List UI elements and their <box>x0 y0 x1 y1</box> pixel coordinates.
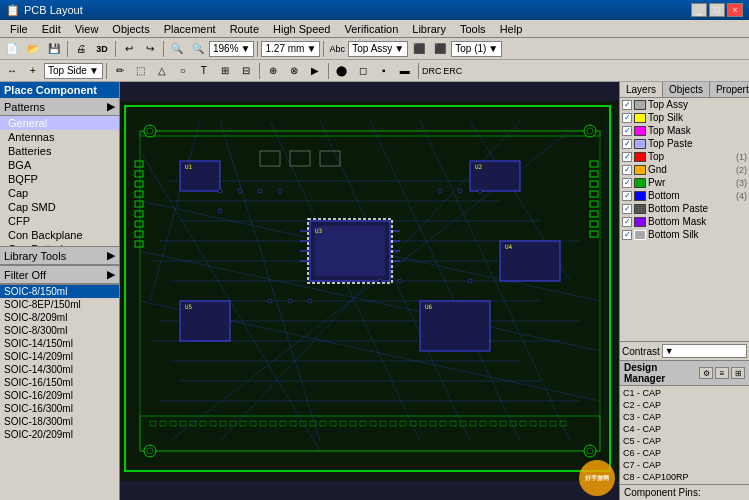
drc-btn[interactable]: DRC <box>422 62 442 80</box>
dm-comp-c2[interactable]: C2 - CAP <box>621 399 748 411</box>
dm-comp-c5[interactable]: C5 - CAP <box>621 435 748 447</box>
route-btn6[interactable]: ⊞ <box>215 62 235 80</box>
comp-antennas[interactable]: Antennas <box>0 130 119 144</box>
dm-comp-c7[interactable]: C7 - CAP <box>621 459 748 471</box>
menu-help[interactable]: Help <box>494 22 529 36</box>
layer-check-bottom-paste[interactable] <box>622 204 632 214</box>
soic-item-8[interactable]: SOIC-16/209ml <box>0 389 119 402</box>
dm-icon-settings[interactable]: ⚙ <box>699 367 713 379</box>
menu-file[interactable]: File <box>4 22 34 36</box>
menu-view[interactable]: View <box>69 22 105 36</box>
menu-high-speed[interactable]: High Speed <box>267 22 337 36</box>
soic-item-11[interactable]: SOIC-20/209ml <box>0 428 119 441</box>
comp-bqfp[interactable]: BQFP <box>0 172 119 186</box>
copper-btn[interactable]: ▬ <box>395 62 415 80</box>
dm-icon-list[interactable]: ≡ <box>715 367 729 379</box>
comp-con-batteries[interactable]: Con Batteries <box>0 242 119 246</box>
layer-check-top-mask[interactable] <box>622 126 632 136</box>
dm-comp-c8[interactable]: C8 - CAP100RP <box>621 471 748 483</box>
zoom-dropdown[interactable]: 196% ▼ <box>209 41 254 57</box>
print-button[interactable]: 🖨 <box>71 40 91 58</box>
layer-check-bottom-mask[interactable] <box>622 217 632 227</box>
layer-check-top-paste[interactable] <box>622 139 632 149</box>
zoom-in-button[interactable]: 🔍 <box>167 40 187 58</box>
redo-button[interactable]: ↪ <box>140 40 160 58</box>
via-btn[interactable]: ⬤ <box>332 62 352 80</box>
soic-item-4[interactable]: SOIC-14/150ml <box>0 337 119 350</box>
layer-check-top[interactable] <box>622 152 632 162</box>
filter-header[interactable]: Filter Off ▶ <box>0 266 119 284</box>
route-btn1[interactable]: ✏ <box>110 62 130 80</box>
menu-library[interactable]: Library <box>406 22 452 36</box>
pad-btn[interactable]: ◻ <box>353 62 373 80</box>
comp-btn1[interactable]: ⊕ <box>263 62 283 80</box>
grid-dropdown[interactable]: 1.27 mm ▼ <box>261 41 320 57</box>
layer-btn1[interactable]: ⬛ <box>409 40 429 58</box>
layer-check-bottom[interactable] <box>622 191 632 201</box>
open-button[interactable]: 📂 <box>23 40 43 58</box>
comp-bga[interactable]: BGA <box>0 158 119 172</box>
dm-comp-c6[interactable]: C6 - CAP <box>621 447 748 459</box>
save-button[interactable]: 💾 <box>44 40 64 58</box>
abc-button[interactable]: Abc <box>327 40 347 58</box>
route-btn4[interactable]: ○ <box>173 62 193 80</box>
soic-item-9[interactable]: SOIC-16/300ml <box>0 402 119 415</box>
menu-verification[interactable]: Verification <box>339 22 405 36</box>
layer-btn2[interactable]: ⬛ <box>430 40 450 58</box>
soic-item-1[interactable]: SOIC-8EP/150ml <box>0 298 119 311</box>
comp-btn2[interactable]: ⊗ <box>284 62 304 80</box>
side-dropdown[interactable]: Top Side ▼ <box>44 63 103 79</box>
contrast-dropdown[interactable]: ▼ <box>662 344 747 358</box>
zoom-out-button[interactable]: 🔍 <box>188 40 208 58</box>
soic-item-2[interactable]: SOIC-8/209ml <box>0 311 119 324</box>
tab-properties[interactable]: Properties <box>710 82 749 97</box>
layer-check-pwr[interactable] <box>622 178 632 188</box>
erc-btn[interactable]: ERC <box>443 62 463 80</box>
pcb-canvas[interactable]: U1 U2 U3 U4 U5 U6 好手游网 <box>120 82 619 500</box>
dm-comp-c4[interactable]: C4 - CAP <box>621 423 748 435</box>
new-button[interactable]: 📄 <box>2 40 22 58</box>
menu-objects[interactable]: Objects <box>106 22 155 36</box>
tool-btn1[interactable]: ↔ <box>2 62 22 80</box>
undo-button[interactable]: ↩ <box>119 40 139 58</box>
comp-btn3[interactable]: ▶ <box>305 62 325 80</box>
dm-comp-c3[interactable]: C3 - CAP <box>621 411 748 423</box>
minimize-button[interactable]: _ <box>691 3 707 17</box>
comp-batteries[interactable]: Batteries <box>0 144 119 158</box>
fill-btn[interactable]: ▪ <box>374 62 394 80</box>
tool-btn2[interactable]: + <box>23 62 43 80</box>
patterns-header[interactable]: Patterns ▶ <box>0 98 119 116</box>
soic-item-6[interactable]: SOIC-14/300ml <box>0 363 119 376</box>
comp-general[interactable]: General <box>0 116 119 130</box>
tab-objects[interactable]: Objects <box>663 82 710 97</box>
dm-comp-c1[interactable]: C1 - CAP <box>621 387 748 399</box>
menu-route[interactable]: Route <box>224 22 265 36</box>
route-btn7[interactable]: ⊟ <box>236 62 256 80</box>
soic-item-3[interactable]: SOIC-8/300ml <box>0 324 119 337</box>
layer-check-top-assy[interactable] <box>622 100 632 110</box>
soic-item-5[interactable]: SOIC-14/209ml <box>0 350 119 363</box>
route-btn3[interactable]: △ <box>152 62 172 80</box>
comp-cap[interactable]: Cap <box>0 186 119 200</box>
comp-cfp[interactable]: CFP <box>0 214 119 228</box>
menu-placement[interactable]: Placement <box>158 22 222 36</box>
close-button[interactable]: × <box>727 3 743 17</box>
tab-layers[interactable]: Layers <box>620 82 663 97</box>
menu-tools[interactable]: Tools <box>454 22 492 36</box>
library-tools-header[interactable]: Library Tools ▶ <box>0 247 119 265</box>
layer-assy-dropdown[interactable]: Top Assy ▼ <box>348 41 408 57</box>
soic-item-7[interactable]: SOIC-16/150ml <box>0 376 119 389</box>
maximize-button[interactable]: □ <box>709 3 725 17</box>
comp-con-backplane[interactable]: Con Backplane <box>0 228 119 242</box>
3d-button[interactable]: 3D <box>92 40 112 58</box>
soic-item-0[interactable]: SOIC-8/150ml <box>0 285 119 298</box>
layer-top-dropdown[interactable]: Top (1) ▼ <box>451 41 502 57</box>
layer-check-top-silk[interactable] <box>622 113 632 123</box>
layer-check-gnd[interactable] <box>622 165 632 175</box>
route-btn2[interactable]: ⬚ <box>131 62 151 80</box>
route-btn5[interactable]: T <box>194 62 214 80</box>
dm-icon-tree[interactable]: ⊞ <box>731 367 745 379</box>
comp-cap-smd[interactable]: Cap SMD <box>0 200 119 214</box>
menu-edit[interactable]: Edit <box>36 22 67 36</box>
soic-item-10[interactable]: SOIC-18/300ml <box>0 415 119 428</box>
